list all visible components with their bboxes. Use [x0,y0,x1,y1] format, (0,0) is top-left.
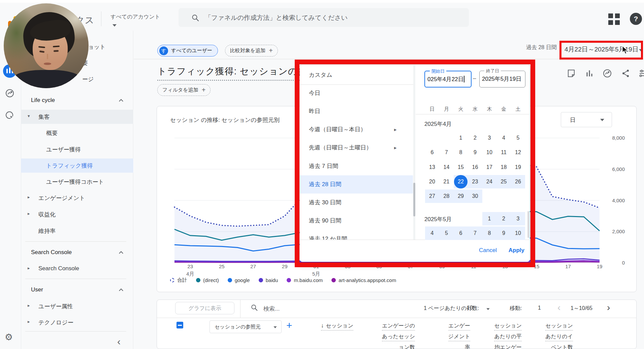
legend-label: baidu [266,277,278,283]
table-header-divider [157,318,636,318]
sidebar-item-トラフィック獲得[interactable]: トラフィック獲得 [21,159,133,173]
column-header-line: エンゲージの [382,322,415,330]
sort-desc-icon[interactable]: ↓ [321,322,324,329]
chart-legend: 合計(direct)googlebaidum.baidu.comart-anal… [170,277,396,283]
notes-icon[interactable] [567,69,576,78]
apps-grid-icon[interactable] [608,13,620,25]
column-header-line: ジメント [448,333,471,341]
column-header-line: あたりのイ [545,333,573,341]
add-comparison-button[interactable]: 比較対象を追加+ [225,45,278,57]
table-search-icon[interactable] [251,304,258,311]
sidebar-item-label: User [31,286,43,293]
person-eye [54,50,59,52]
expander-icon[interactable]: ▸ [28,211,30,216]
sidebar-item-ユーザー属性[interactable]: ▸ユーザー属性 [21,299,133,313]
sidebar-item-集客[interactable]: ▾集客 [21,110,133,124]
prev-page-icon[interactable]: ‹ [557,302,560,313]
annotation-box-dialog [295,60,535,267]
legend-dot-icon [196,278,200,282]
x-axis-label: 17 [561,264,575,269]
sidebar-item-search-console[interactable]: Search Console [21,246,133,260]
legend-dot-icon [170,278,174,282]
show-on-chart-button[interactable]: グラフに表示 [175,302,234,314]
chevron-up-icon[interactable] [119,288,123,293]
global-search-input[interactable]: 「ファネルの作成方法」と検索してみてください [179,8,469,27]
explore-icon[interactable] [5,89,14,98]
sidebar-item-label: Search Console [38,265,79,272]
sidebar-item-収益化[interactable]: ▸収益化 [21,207,133,221]
dimension-caret-icon [273,326,277,328]
legend-label: art-analytics.appspot.com [339,277,396,283]
sidebar-divider [25,331,126,331]
sidebar-item-user[interactable]: User [21,283,133,297]
legend-item-合計[interactable]: 合計 [170,277,187,283]
legend-item-baidu[interactable]: baidu [259,277,278,283]
column-header-エンゲージのあったセッション数[interactable]: エンゲージのあったセッション数 [382,322,415,349]
add-dimension-button[interactable]: + [286,320,292,331]
column-header-セッションあたりのイベント数[interactable]: セッションあたりのイベント数 [545,322,573,349]
legend-dot-icon [259,278,263,282]
column-header-line: あったセッシ [382,333,415,341]
next-page-icon[interactable]: › [607,302,610,313]
sidebar-item-維持率[interactable]: 維持率 [21,224,133,238]
legend-label: m.baidu.com [294,277,323,283]
sidebar-item-概要[interactable]: 概要 [21,126,133,140]
legend-label: google [235,277,250,283]
expander-icon[interactable]: ▸ [28,303,30,308]
column-header-line: エンゲー [448,322,471,330]
expander-icon[interactable]: ▸ [28,195,30,200]
legend-item-(direct)[interactable]: (direct) [196,277,219,283]
chevron-up-icon[interactable] [119,99,123,103]
column-header-セッションあたりの平均エンゲー[interactable]: セッションあたりの平均エンゲー [494,322,522,349]
granularity-select[interactable]: 日 [561,112,612,127]
insights-icon[interactable] [603,69,612,78]
sidebar-divider [25,241,126,242]
sidebar-item-fragment[interactable]: ージ [82,75,94,83]
admin-gear-icon[interactable]: ⚙ [5,332,13,343]
column-header-セッション[interactable]: ↓セッション [321,322,353,333]
legend-item-art-analytics.appspot.com[interactable]: art-analytics.appspot.com [331,277,396,283]
account-switcher[interactable]: すべてのアカウント [110,13,160,21]
advertising-icon[interactable] [5,111,14,120]
legend-label: (direct) [203,277,219,283]
sidebar-item-テクノロジー[interactable]: ▸テクノロジー [21,315,133,329]
share-icon[interactable] [621,69,630,78]
plus-icon: + [202,86,206,94]
rows-per-page-value[interactable]: 10 [467,305,473,311]
sidebar-item-search-console[interactable]: ▸Search Console [21,262,133,276]
y-axis-label: 8,000 [605,135,625,141]
sidebar-collapse-icon[interactable]: ‹ [117,337,121,347]
dimension-select[interactable]: セッションの参照元 [210,320,282,333]
legend-label: 合計 [177,277,187,283]
expander-icon[interactable]: ▾ [28,113,30,118]
audience-pill-label: すべてのユーザー [171,47,212,54]
rows-per-page-caret-icon[interactable] [486,308,490,310]
legend-item-google[interactable]: google [228,277,250,283]
chevron-up-icon[interactable] [119,251,123,255]
column-header-line: セッション [494,322,522,330]
sidebar-item-label: 維持率 [38,227,56,235]
help-icon[interactable]: ? [630,13,642,25]
sidebar-item-label: トラフィック獲得 [46,162,93,170]
customize-report-icon[interactable] [639,69,644,78]
expander-icon[interactable]: ▸ [28,319,30,324]
sidebar-item-ユーザー獲得コホート[interactable]: ユーザー獲得コホート [21,175,133,189]
goto-page-value[interactable]: 1 [538,305,541,311]
goto-page-label: 移動: [510,305,522,312]
audience-pill[interactable]: す すべてのユーザー [157,45,218,57]
sidebar-item-エンゲージメント[interactable]: ▸エンゲージメント [21,191,133,205]
account-caret-icon[interactable] [112,24,117,27]
legend-item-m.baidu.com[interactable]: m.baidu.com [287,277,323,283]
sidebar-item-life-cycle[interactable]: Life cycle [21,94,133,108]
sidebar-item-label: Search Console [31,249,72,256]
add-filter-button[interactable]: フィルタを追加+ [157,84,211,96]
column-header-line: ベント数 [545,344,573,349]
table-search-input[interactable]: 検索... [263,305,280,313]
expander-icon[interactable]: ▸ [28,266,30,271]
dimension-value: セッションの参照元 [215,324,261,330]
column-header-エンゲージメント率[interactable]: エンゲージメント率 [448,322,471,349]
bar-chart-icon[interactable] [585,69,594,78]
select-all-checkbox[interactable] [176,322,183,328]
sidebar-item-ユーザー獲得[interactable]: ユーザー獲得 [21,142,133,156]
sidebar-item-label: 集客 [38,113,50,121]
